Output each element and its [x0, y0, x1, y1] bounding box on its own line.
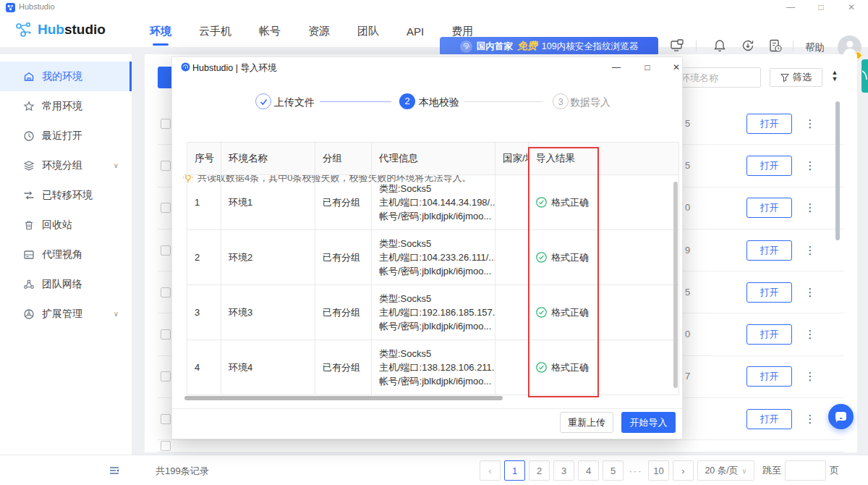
update-sync-icon[interactable] [741, 38, 755, 53]
row-more-menu-icon[interactable]: ⋮ [804, 117, 816, 131]
row-more-menu-icon[interactable]: ⋮ [804, 285, 816, 300]
page-prev-icon[interactable]: ‹ [480, 460, 501, 481]
dialog-title: Hubstudio | 导入环境 [192, 62, 276, 75]
row-checkbox[interactable] [161, 161, 171, 171]
chevron-down-icon: ∨ [114, 310, 119, 318]
sort-toggle-icon[interactable]: ▲▼ [830, 69, 840, 85]
hubstudio-logo-icon [14, 20, 33, 39]
success-check-icon [536, 197, 547, 208]
row-value-fragment: 5 [685, 287, 690, 298]
main-vertical-scrollbar[interactable] [835, 101, 840, 240]
import-environment-dialog: Hubstudio | 导入环境 — □ ✕ 上传文件2本地校验3数据导入 共读… [171, 56, 683, 439]
dialog-titlebar: Hubstudio | 导入环境 — □ ✕ [172, 57, 682, 77]
cell-index: 1 [187, 175, 221, 230]
dialog-close-icon[interactable]: ✕ [666, 60, 686, 75]
row-more-menu-icon[interactable]: ⋮ [804, 201, 816, 215]
open-environment-button[interactable]: 打开 [746, 366, 792, 387]
trash-icon [23, 219, 35, 231]
modal-vertical-scrollbar[interactable] [673, 182, 678, 388]
sidebar-item-3[interactable]: 环境分组 ∨ [0, 151, 132, 180]
row-more-menu-icon[interactable]: ⋮ [804, 243, 816, 258]
page-button-2[interactable]: 2 [529, 460, 550, 481]
cell-proxy: 类型:Socks5主机/端口:192.186.185.157...帐号/密码:j… [372, 285, 495, 340]
sidebar-item-7[interactable]: 团队网络 [0, 269, 132, 299]
step-number: 3 [553, 93, 569, 109]
window-minimize-icon[interactable]: — [780, 1, 801, 13]
help-link[interactable]: 帮助 [805, 41, 825, 54]
filter-button[interactable]: 筛选 [770, 68, 822, 87]
window-close-icon[interactable]: ✕ [841, 1, 862, 13]
row-checkbox[interactable] [161, 245, 171, 256]
customer-service-button[interactable] [828, 404, 854, 429]
window-maximize-icon[interactable]: □ [810, 1, 832, 13]
row-more-menu-icon[interactable]: ⋮ [804, 369, 816, 384]
row-checkbox[interactable] [161, 441, 171, 451]
page-button-4[interactable]: 4 [578, 460, 599, 481]
step-label: 本地校验 [419, 96, 459, 109]
sidebar-item-label: 最近打开 [42, 130, 82, 143]
sidebar-item-2[interactable]: 最近打开 [0, 121, 132, 151]
row-checkbox[interactable] [161, 414, 171, 424]
nav-item-1[interactable]: 云手机 [197, 16, 233, 47]
sidebar-item-5[interactable]: 回收站 [0, 210, 132, 240]
row-checkbox[interactable] [161, 203, 171, 213]
open-environment-button[interactable]: 打开 [746, 409, 792, 429]
open-environment-button[interactable]: 打开 [746, 114, 792, 134]
sidebar-item-8[interactable]: 扩展管理 ∨ [0, 299, 132, 329]
sidebar-item-6[interactable]: 代理视角 [0, 240, 132, 269]
home-icon [23, 71, 35, 83]
notification-bell-icon[interactable] [712, 38, 727, 53]
footer-bar: 共199条记录 ‹12345···10› 20 条/页∨ 跳至 页 [0, 455, 868, 485]
cell-result: 格式正确 [529, 175, 679, 230]
open-environment-button[interactable]: 打开 [746, 156, 792, 176]
cell-proxy: 类型:Socks5主机/端口:138.128.106.211...帐号/密码:j… [372, 340, 495, 395]
open-environment-button[interactable]: 打开 [746, 240, 792, 261]
dialog-maximize-icon[interactable]: □ [637, 60, 658, 75]
nav-item-3[interactable]: 资源 [307, 16, 331, 47]
cell-name: 环境1 [221, 175, 315, 230]
sidebar-item-label: 我的环境 [42, 70, 82, 83]
promo-banner[interactable]: 国内首家 免费 109内核安全指纹浏览器 [440, 37, 658, 56]
cell-group: 已有分组 [315, 285, 372, 340]
cell-result: 格式正确 [529, 230, 679, 285]
nav-item-0[interactable]: 环境 [148, 16, 173, 47]
brand-logo[interactable]: Hubstudio [14, 20, 106, 39]
start-import-button[interactable]: 开始导入 [621, 412, 676, 433]
page-button-10[interactable]: 10 [648, 460, 669, 481]
reupload-button[interactable]: 重新上传 [560, 412, 613, 433]
row-checkbox[interactable] [161, 329, 171, 340]
open-environment-button[interactable]: 打开 [746, 282, 792, 303]
open-environment-button[interactable]: 打开 [746, 324, 792, 345]
jump-page-input[interactable] [785, 460, 826, 481]
row-checkbox[interactable] [161, 371, 171, 381]
page-button-1[interactable]: 1 [504, 460, 525, 481]
row-more-menu-icon[interactable]: ⋮ [804, 412, 816, 426]
row-value-fragment: 7 [685, 371, 690, 381]
page-button-3[interactable]: 3 [553, 460, 574, 481]
table-row: 3 环境3 已有分组 类型:Socks5主机/端口:192.186.185.15… [187, 285, 679, 340]
row-checkbox[interactable] [161, 119, 171, 129]
row-more-menu-icon[interactable]: ⋮ [804, 327, 816, 342]
import-table: 序号环境名称分组代理信息国家/地区导入结果 1 环境1 已有分组 类型:Sock… [187, 142, 679, 395]
page-button-5[interactable]: 5 [603, 460, 624, 481]
sidebar-item-label: 团队网络 [42, 278, 82, 291]
side-promo-tab[interactable] [861, 59, 868, 93]
open-environment-button[interactable]: 打开 [746, 198, 792, 218]
sidebar-item-1[interactable]: 常用环境 [0, 91, 132, 121]
page-size-select[interactable]: 20 条/页∨ [697, 460, 754, 481]
row-more-menu-icon[interactable]: ⋮ [804, 159, 816, 173]
page-next-icon[interactable]: › [673, 460, 694, 481]
nav-item-4[interactable]: 团队 [356, 16, 380, 47]
pagination: ‹12345···10› 20 条/页∨ 跳至 页 [480, 460, 839, 481]
nav-item-5[interactable]: API [405, 17, 425, 46]
star-icon [23, 101, 35, 112]
screen-share-icon[interactable] [670, 38, 684, 53]
modal-horizontal-scrollbar[interactable] [184, 396, 503, 400]
sidebar-item-0[interactable]: 我的环境 [0, 62, 132, 91]
dialog-minimize-icon[interactable]: — [606, 60, 626, 75]
row-checkbox[interactable] [161, 287, 171, 298]
log-history-icon[interactable] [768, 38, 783, 53]
nav-item-2[interactable]: 帐号 [258, 16, 282, 47]
sidebar-item-4[interactable]: 已转移环境 [0, 180, 132, 210]
collapse-sidebar-icon[interactable] [107, 463, 122, 478]
